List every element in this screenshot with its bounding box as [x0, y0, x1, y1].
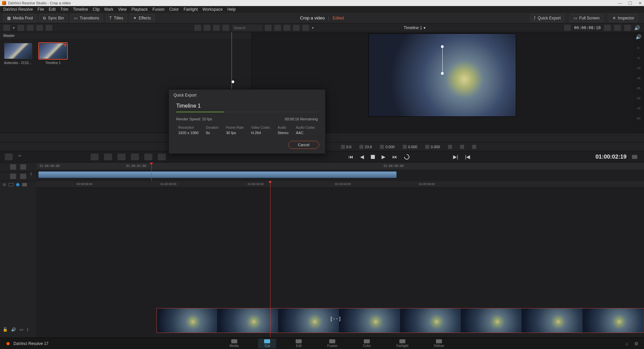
menu-item[interactable]: Color	[169, 7, 179, 12]
play-reverse-button[interactable]: ◀	[360, 154, 364, 160]
place-on-top-icon[interactable]	[144, 154, 152, 160]
tool-d-icon[interactable]	[20, 174, 26, 179]
media-pool-button[interactable]: ▦Media Pool	[3, 14, 37, 22]
tab-color[interactable]: Color	[357, 339, 377, 348]
sync-bin-button[interactable]: ⧉Sync Bin	[39, 14, 67, 22]
video-toggle-icon[interactable]: ▭	[19, 327, 23, 332]
folder-icon[interactable]	[27, 25, 34, 31]
prev-edit-button[interactable]: |◀	[465, 154, 470, 160]
list-view-icon[interactable]	[222, 25, 229, 31]
clip-card[interactable]: Asteroids - 31105...	[4, 43, 32, 65]
settings-icon[interactable]: ⚙	[634, 341, 639, 346]
bin-path[interactable]: Master	[0, 32, 251, 39]
home-icon[interactable]: ⌂	[626, 341, 628, 346]
thumbnail-view-icon[interactable]	[204, 25, 210, 31]
inspector-button[interactable]: ✕Inspector	[609, 14, 638, 22]
tab-media[interactable]: Media	[224, 339, 245, 348]
crop-handle-top[interactable]	[441, 45, 444, 48]
menu-item[interactable]: Fairlight	[184, 7, 198, 12]
close-icon[interactable]: ✕	[638, 1, 642, 6]
viewer-layout-c-icon[interactable]	[293, 25, 300, 31]
tab-fairlight[interactable]: Fairlight	[390, 339, 414, 348]
tab-deliver[interactable]: Deliver	[428, 339, 450, 348]
next-edit-button[interactable]: ▶|	[453, 154, 458, 160]
menu-item[interactable]: View	[118, 7, 127, 12]
marker-dot[interactable]	[3, 183, 6, 186]
mute-icon[interactable]: 🔊	[11, 327, 16, 332]
cancel-button[interactable]: Cancel	[288, 141, 319, 149]
effects-button[interactable]: ✦Effects	[130, 14, 154, 22]
maximize-icon[interactable]: ☐	[628, 1, 632, 6]
menu-item[interactable]: Playback	[131, 7, 148, 12]
link-icon[interactable]	[46, 25, 52, 31]
tab-fusion[interactable]: Fusion	[321, 339, 343, 348]
boring-detector-icon[interactable]	[5, 154, 13, 160]
menu-item[interactable]: Workspace	[203, 7, 223, 12]
guides-icon[interactable]	[614, 25, 621, 31]
sort-icon[interactable]	[265, 25, 271, 31]
close-up-icon[interactable]	[131, 154, 139, 160]
viewer-layout-a-icon[interactable]	[274, 25, 281, 31]
viewer-mode-icon[interactable]	[302, 25, 309, 31]
refresh-icon[interactable]	[36, 25, 43, 31]
tool-b-icon[interactable]	[20, 164, 26, 170]
append-icon[interactable]	[104, 154, 112, 160]
timeline-options-icon[interactable]	[632, 155, 637, 159]
bypass-icon[interactable]	[624, 25, 631, 31]
minimize-icon[interactable]: —	[618, 1, 622, 6]
search-input[interactable]	[232, 25, 262, 31]
tool-a-icon[interactable]	[10, 164, 16, 170]
lower-track-area[interactable]: 00:59:58:00 01:00:00:00 01:00:02:00 01:0…	[36, 181, 644, 338]
stop-button[interactable]	[371, 155, 375, 159]
clip-card-selected[interactable]: Timeline 1	[39, 43, 67, 65]
menu-item[interactable]: Help	[227, 7, 236, 12]
menu-item[interactable]: Timeline	[73, 7, 88, 12]
quick-export-button[interactable]: ⤴Quick Export	[530, 14, 564, 22]
view-icon[interactable]	[22, 183, 27, 186]
video-clip-strip[interactable]	[156, 308, 644, 333]
full-screen-button[interactable]: ▭Full Screen	[570, 14, 603, 22]
menu-item[interactable]: Clip	[93, 7, 100, 12]
bin-view-icon[interactable]	[3, 25, 10, 31]
lower-playhead[interactable]	[268, 181, 272, 184]
viewer-layout-b-icon[interactable]	[284, 25, 290, 31]
tab-edit[interactable]: Edit	[290, 339, 308, 348]
menu-item[interactable]: Fusion	[152, 7, 164, 12]
speaker-icon[interactable]: 🔊	[636, 34, 641, 40]
upper-playhead[interactable]	[150, 163, 153, 165]
upper-track-area[interactable]: 1 01:00:00:00 01:00:02:00 01:00:08:00	[36, 163, 644, 181]
play-button[interactable]: ▶	[382, 154, 386, 160]
transport-timecode[interactable]: 01:00:02:19	[595, 154, 627, 160]
strip-view-icon[interactable]	[213, 25, 220, 31]
viewer-tc-mode-icon[interactable]	[564, 25, 571, 31]
cut-icon[interactable]: ✂	[18, 154, 26, 160]
smart-insert-icon[interactable]	[91, 154, 99, 160]
flip-h-icon[interactable]	[448, 145, 452, 149]
loop-button[interactable]	[403, 153, 410, 161]
menu-item[interactable]: Edit	[49, 7, 56, 12]
chevron-down-icon[interactable]: ▾	[312, 25, 314, 30]
lock-icon[interactable]: 🔓	[3, 327, 8, 332]
crop-handle-center[interactable]	[441, 72, 444, 75]
reset-icon[interactable]	[472, 145, 476, 149]
timeline-name-dropdown[interactable]: Timeline 1 ▾	[404, 25, 426, 30]
menu-item[interactable]: File	[38, 7, 44, 12]
menu-item[interactable]: Mark	[104, 7, 113, 12]
param-value[interactable]: 0.000	[408, 145, 417, 149]
first-frame-button[interactable]: ⏮	[348, 154, 353, 160]
menu-item[interactable]: Trim	[60, 7, 68, 12]
menu-item[interactable]: DaVinci Resolve	[3, 7, 33, 12]
titles-button[interactable]: TTitles	[106, 14, 127, 22]
safe-area-icon[interactable]	[604, 25, 611, 31]
chevron-down-icon[interactable]: ▾	[13, 25, 15, 30]
source-overwrite-icon[interactable]	[158, 154, 166, 160]
timeline-clip[interactable]	[38, 171, 397, 178]
flip-v-icon[interactable]	[460, 145, 464, 149]
last-frame-button[interactable]: ⏭	[392, 154, 397, 160]
ripple-overwrite-icon[interactable]	[117, 154, 126, 160]
crop-handle-left[interactable]	[232, 80, 234, 83]
tool-c-icon[interactable]	[10, 174, 16, 179]
param-value[interactable]: 23.8	[365, 145, 372, 149]
transitions-button[interactable]: ▭Transitions	[70, 14, 103, 22]
import-icon[interactable]	[17, 25, 24, 31]
